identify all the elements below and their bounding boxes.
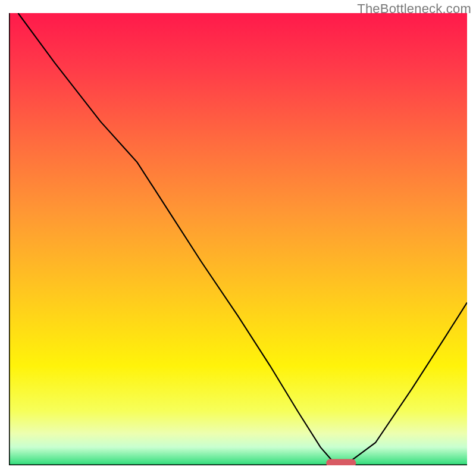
chart-container: TheBottleneck.com — [0, 0, 476, 476]
chart-svg — [9, 13, 467, 465]
plot-area — [9, 13, 467, 465]
watermark-text: TheBottleneck.com — [357, 1, 471, 17]
optimal-marker — [326, 459, 356, 465]
gradient-background — [9, 13, 467, 465]
